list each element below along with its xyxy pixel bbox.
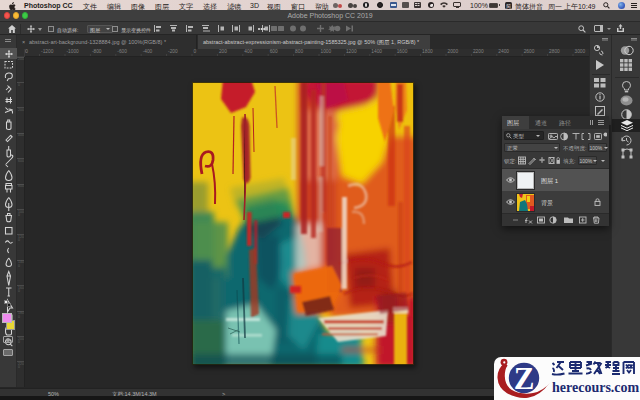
- svg-text:Z: Z: [514, 361, 535, 396]
